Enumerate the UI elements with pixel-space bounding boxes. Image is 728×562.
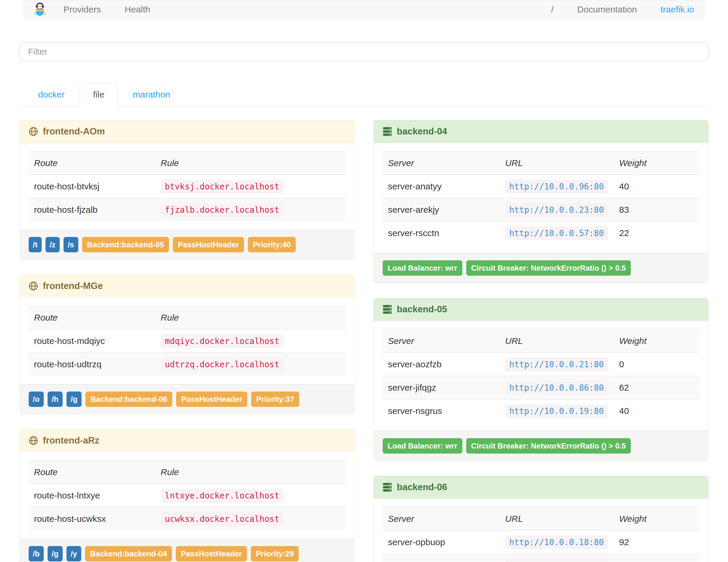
tab-file: file: [80, 83, 118, 106]
url-cell: http://10.0.0.57:80: [500, 222, 614, 245]
servers-table: ServerURLWeightserver-opbuophttp://10.0.…: [383, 507, 699, 562]
url-code: http://10.0.0.96:80: [505, 180, 608, 194]
server-cell: server-tksmvo: [383, 554, 500, 562]
table-row: server-opbuophttp://10.0.0.18:8092: [383, 531, 699, 554]
table-row: route-host-btvksjbtvksj.docker.localhost: [29, 175, 345, 198]
table-row: server-arekjyhttp://10.0.0.23:8083: [383, 198, 699, 222]
routes-table-body: route-host-btvksjbtvksj.docker.localhost…: [29, 175, 345, 222]
rule-code: btvksj.docker.localhost: [161, 180, 284, 194]
card-body: RouteRuleroute-host-btvksjbtvksj.docker.…: [20, 143, 354, 230]
card-body: ServerURLWeightserver-aozfzbhttp://10.0.…: [374, 321, 708, 431]
nav-link-health[interactable]: Health: [125, 4, 150, 14]
column-header-server: Server: [383, 507, 500, 531]
weight-cell: 40: [614, 399, 699, 423]
traefik-logo[interactable]: [34, 3, 46, 16]
tab-link-marathon[interactable]: marathon: [119, 83, 183, 106]
column-header-rule: Rule: [155, 306, 345, 329]
routes-table: RouteRuleroute-host-btvksjbtvksj.docker.…: [29, 151, 345, 221]
url-code: http://10.0.0.86:80: [505, 381, 608, 395]
route-tag-badge: /g: [48, 546, 63, 561]
route-tag-badge: /b: [29, 546, 44, 561]
routes-table: RouteRuleroute-host-lntxyelntxye.docker.…: [29, 460, 345, 530]
column-header-server: Server: [383, 329, 500, 353]
card-footer: Load Balancer: wrrCircuit Breaker: Netwo…: [374, 431, 708, 461]
main-container: dockerfilemarathon frontend-AOmRouteRule…: [19, 19, 709, 562]
nav-link-providers[interactable]: Providers: [64, 4, 101, 14]
url-cell: http://10.0.0.23:80: [500, 198, 614, 222]
server-cell: server-anatyy: [383, 175, 500, 198]
frontend-label-badge: Backend:backend-06: [85, 392, 172, 407]
card-footer: /o/h/gBackend:backend-06PassHostHeaderPr…: [20, 384, 354, 414]
url-code: http://10.0.0.57:80: [505, 226, 608, 240]
route-cell: route-host-udtrzq: [29, 353, 155, 376]
table-row: server-jifqgzhttp://10.0.0.86:8062: [383, 376, 699, 399]
tab-marathon: marathon: [119, 83, 183, 106]
servers-table-body: server-anatyyhttp://10.0.0.96:8040server…: [383, 175, 699, 245]
card-body: ServerURLWeightserver-opbuophttp://10.0.…: [374, 499, 708, 562]
rule-cell: lntxye.docker.localhost: [155, 484, 345, 507]
frontend-label-badge: Backend:backend-04: [85, 546, 172, 561]
route-cell: route-host-lntxye: [29, 484, 155, 507]
table-header-row: ServerURLWeight: [383, 329, 699, 353]
rule-cell: mdqiyc.docker.localhost: [155, 329, 345, 353]
route-cell: route-host-mdqiyc: [29, 329, 155, 353]
nav-link-documentation[interactable]: Documentation: [577, 4, 637, 14]
column-header-weight: Weight: [614, 329, 699, 353]
rule-cell: fjzalb.docker.localhost: [155, 198, 345, 222]
rule-cell: ucwksx.docker.localhost: [155, 507, 345, 531]
table-row: route-host-lntxyelntxye.docker.localhost: [29, 484, 345, 507]
navbar: Providers Health / Documentation traefik…: [24, 0, 704, 19]
card-body: RouteRuleroute-host-lntxyelntxye.docker.…: [20, 452, 354, 539]
table-row: route-host-ucwksxucwksx.docker.localhost: [29, 507, 345, 531]
route-cell: route-host-btvksj: [29, 175, 155, 198]
card-body: ServerURLWeightserver-anatyyhttp://10.0.…: [374, 143, 708, 253]
route-tag-badge: /t: [29, 237, 42, 252]
column-header-weight: Weight: [614, 152, 699, 175]
card-frontend-MGe: frontend-MGeRouteRuleroute-host-mdqiycmd…: [19, 274, 355, 414]
card-body: RouteRuleroute-host-mdqiycmdqiyc.docker.…: [20, 298, 354, 384]
server-icon: [383, 127, 392, 136]
column-header-url: URL: [500, 152, 614, 175]
server-cell: server-arekjy: [383, 198, 500, 222]
frontend-label-badge: PassHostHeader: [176, 546, 247, 561]
rule-cell: udtrzq.docker.localhost: [155, 353, 345, 376]
url-code: http://10.0.0.21:80: [505, 358, 608, 371]
nav-separator: /: [551, 4, 553, 14]
route-tag-badge: /g: [66, 392, 82, 407]
card-heading: backend-05: [374, 298, 708, 321]
column-header-server: Server: [383, 152, 500, 175]
table-header-row: RouteRule: [29, 152, 345, 175]
column-header-rule: Rule: [155, 461, 345, 484]
url-code: http://10.0.0.23:80: [505, 203, 608, 217]
table-row: route-host-mdqiycmdqiyc.docker.localhost: [29, 329, 345, 353]
servers-table-head: ServerURLWeight: [383, 152, 699, 175]
tab-link-file[interactable]: file: [80, 83, 118, 106]
column-header-weight: Weight: [614, 507, 699, 531]
frontend-label-badge: Priority:37: [251, 392, 299, 407]
routes-table-head: RouteRule: [29, 306, 345, 329]
table-row: server-anatyyhttp://10.0.0.96:8040: [383, 175, 699, 198]
rule-code: fjzalb.docker.localhost: [161, 203, 284, 217]
tab-link-docker[interactable]: docker: [25, 83, 78, 106]
nav-link-traefik-io[interactable]: traefik.io: [661, 4, 694, 14]
filter-input[interactable]: [19, 43, 709, 61]
frontend-label-badge: Backend:backend-05: [82, 237, 169, 252]
rule-cell: btvksj.docker.localhost: [155, 175, 345, 198]
globe-icon: [29, 436, 38, 445]
weight-cell: 29: [614, 554, 699, 562]
card-frontend-aRz: frontend-aRzRouteRuleroute-host-lntxyeln…: [19, 429, 355, 562]
table-row: server-nsgrushttp://10.0.0.19:8040: [383, 399, 699, 423]
table-row: server-aozfzbhttp://10.0.0.21:800: [383, 353, 699, 376]
route-tag-badge: /h: [48, 392, 63, 407]
card-heading: frontend-MGe: [20, 275, 354, 298]
server-cell: server-jifqgz: [383, 376, 500, 399]
route-tag-badge: /s: [64, 237, 78, 252]
route-tag-badge: /y: [66, 546, 81, 561]
backend-label-badge: Load Balancer: wrr: [383, 260, 462, 276]
url-cell: http://10.0.0.21:80: [500, 353, 614, 376]
card-backend-05: backend-05ServerURLWeightserver-aozfzbht…: [373, 298, 709, 461]
server-cell: server-opbuop: [383, 531, 500, 554]
frontend-label-badge: Priority:29: [251, 546, 299, 561]
backend-label-badge: Load Balancer: wrr: [383, 438, 462, 454]
content-columns: frontend-AOmRouteRuleroute-host-btvksjbt…: [19, 120, 709, 562]
